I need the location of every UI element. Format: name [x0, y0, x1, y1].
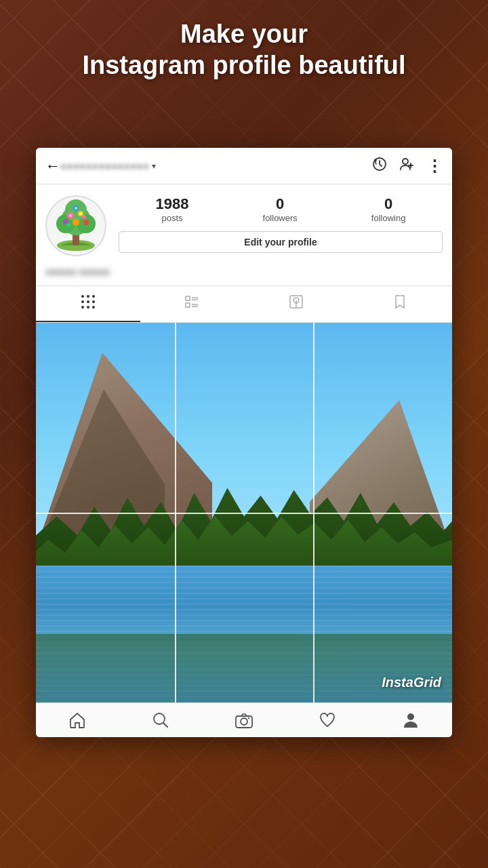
followers-label: followers	[263, 213, 298, 223]
nav-search[interactable]	[119, 711, 203, 729]
watermark: InstaGrid	[382, 675, 441, 690]
heart-icon	[319, 711, 336, 729]
svg-point-15	[82, 215, 86, 219]
search-icon	[152, 711, 169, 729]
svg-point-42	[248, 717, 249, 719]
stats-row: 1988 posts 0 followers 0 following	[119, 195, 443, 223]
username-label: ●●●●●●●●●●●●●●	[60, 160, 149, 172]
stats-area: 1988 posts 0 followers 0 following Edit …	[119, 195, 443, 253]
tab-grid[interactable]	[36, 286, 140, 322]
svg-point-21	[87, 295, 89, 298]
svg-point-27	[87, 306, 89, 309]
trees-reflection	[36, 634, 452, 703]
dropdown-icon[interactable]: ▾	[152, 161, 156, 171]
following-label: following	[371, 213, 406, 223]
svg-point-26	[81, 306, 84, 309]
more-options-icon[interactable]: ⋮	[426, 158, 443, 174]
nav-profile[interactable]	[369, 711, 452, 729]
svg-rect-29	[186, 296, 190, 300]
phone-mockup: ← ●●●●●●●●●●●●●● ▾	[36, 148, 452, 737]
posts-label: posts	[161, 213, 182, 223]
history-icon[interactable]	[372, 157, 387, 175]
svg-point-22	[92, 295, 95, 298]
bottom-nav	[36, 703, 452, 737]
edit-profile-button[interactable]: Edit your profile	[119, 231, 443, 253]
svg-line-39	[163, 723, 167, 727]
person-icon	[402, 711, 420, 729]
home-icon	[68, 711, 86, 729]
nav-heart[interactable]	[285, 711, 369, 729]
tab-list[interactable]	[140, 286, 245, 322]
profile-section: 1988 posts 0 followers 0 following Edit …	[36, 184, 452, 263]
following-count: 0	[384, 195, 392, 213]
back-button[interactable]: ←	[45, 157, 60, 175]
svg-point-20	[81, 295, 84, 298]
svg-point-43	[407, 713, 414, 720]
display-name: ●●●●● ●●●●●	[36, 263, 452, 285]
header-line1: Make your	[0, 19, 488, 50]
camera-icon	[235, 711, 253, 729]
svg-rect-32	[186, 303, 190, 307]
add-user-icon[interactable]	[399, 157, 414, 175]
ig-tabs	[36, 285, 452, 323]
posts-stat: 1988 posts	[156, 195, 189, 223]
svg-point-11	[73, 219, 79, 226]
tab-saved[interactable]	[348, 286, 453, 322]
svg-point-28	[92, 306, 95, 309]
topbar-right-icons: ⋮	[372, 157, 443, 175]
avatar	[45, 195, 106, 256]
header-text: Make your Instagram profile beautiful	[0, 19, 488, 81]
svg-point-24	[87, 300, 89, 303]
svg-point-23	[81, 300, 84, 303]
svg-point-18	[79, 212, 82, 215]
header-line2: Instagram profile beautiful	[0, 50, 488, 81]
svg-point-1	[403, 159, 408, 164]
tagged-icon	[289, 294, 304, 313]
svg-point-19	[75, 207, 77, 210]
photo-grid: InstaGrid	[36, 323, 452, 703]
bookmark-icon	[392, 294, 407, 313]
followers-count: 0	[276, 195, 284, 213]
svg-point-13	[83, 220, 89, 225]
username-area: ●●●●●●●●●●●●●● ▾	[60, 160, 372, 172]
nav-camera[interactable]	[203, 711, 286, 729]
grid-icon	[81, 294, 96, 313]
svg-point-17	[69, 214, 72, 217]
tab-tagged[interactable]	[244, 286, 348, 322]
followers-stat: 0 followers	[263, 195, 298, 223]
nav-home[interactable]	[36, 711, 119, 729]
svg-point-25	[92, 300, 95, 303]
scene: InstaGrid	[36, 323, 452, 703]
svg-point-41	[241, 718, 247, 725]
posts-count: 1988	[156, 195, 189, 213]
list-icon	[184, 294, 199, 313]
ig-topbar: ← ●●●●●●●●●●●●●● ▾	[36, 148, 452, 184]
following-stat: 0 following	[371, 195, 406, 223]
svg-point-16	[66, 223, 70, 227]
